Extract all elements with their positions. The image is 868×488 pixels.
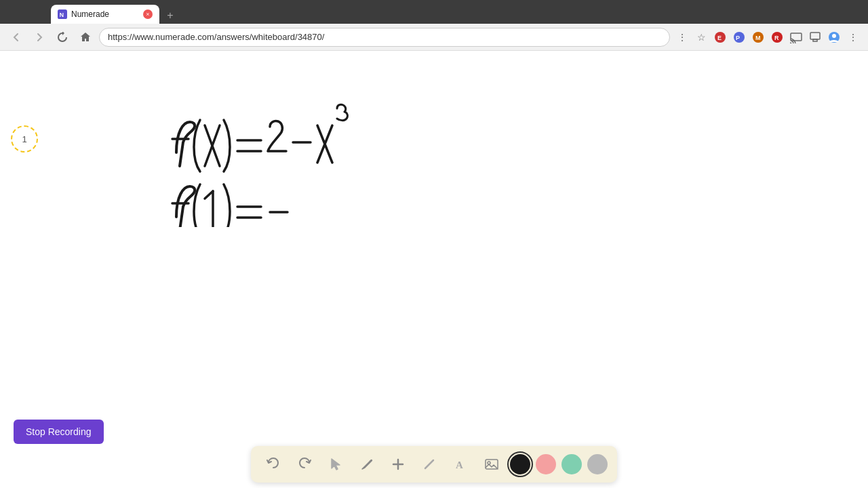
color-pink[interactable] <box>536 454 556 474</box>
home-button[interactable] <box>76 28 95 47</box>
step-indicator: 1 <box>11 125 38 152</box>
page-content: 1 <box>0 51 868 488</box>
svg-rect-12 <box>810 33 820 39</box>
tab-favicon: N <box>58 9 67 19</box>
svg-text:N: N <box>60 12 64 18</box>
math-equations <box>163 92 420 227</box>
extensions-icon[interactable]: ⋮ <box>674 29 690 45</box>
add-shape-button[interactable] <box>385 451 411 477</box>
ext3-icon[interactable]: M <box>750 29 766 45</box>
menu-icon[interactable]: ⋮ <box>845 29 861 45</box>
ext2-icon[interactable]: P <box>731 29 747 45</box>
url-text: https://www.numerade.com/answers/whitebo… <box>108 32 324 42</box>
ext4-icon[interactable]: R <box>769 29 785 45</box>
color-gray[interactable] <box>587 454 608 474</box>
navigation-bar: https://www.numerade.com/answers/whitebo… <box>0 24 868 51</box>
svg-text:A: A <box>456 460 463 470</box>
color-green[interactable] <box>561 454 582 474</box>
bookmark-icon[interactable]: ☆ <box>693 29 709 45</box>
color-black[interactable] <box>510 454 530 474</box>
svg-line-32 <box>425 460 433 468</box>
pen-tool-button[interactable] <box>354 451 380 477</box>
whiteboard-canvas[interactable]: 1 <box>0 51 868 488</box>
ext1-icon[interactable]: E <box>712 29 728 45</box>
active-tab[interactable]: N Numerade × <box>51 5 159 24</box>
nav-right-icons: ⋮ ☆ E P M R ⋮ <box>674 29 861 45</box>
stop-recording-button[interactable]: Stop Recording <box>14 420 104 444</box>
cast2-icon[interactable] <box>807 29 823 45</box>
svg-rect-13 <box>813 39 817 41</box>
undo-button[interactable] <box>260 451 286 477</box>
address-bar[interactable]: https://www.numerade.com/answers/whitebo… <box>99 28 670 47</box>
svg-point-11 <box>790 42 792 43</box>
select-tool-button[interactable] <box>323 451 349 477</box>
cast-icon[interactable] <box>788 29 804 45</box>
tab-title: Numerade <box>71 9 139 19</box>
step-number: 1 <box>22 134 26 144</box>
svg-text:M: M <box>755 35 761 41</box>
redo-button[interactable] <box>292 451 317 477</box>
new-tab-button[interactable]: + <box>162 7 178 24</box>
tab-close-button[interactable]: × <box>143 9 153 19</box>
svg-text:P: P <box>736 35 740 41</box>
reload-button[interactable] <box>53 28 72 47</box>
svg-text:E: E <box>717 35 722 41</box>
drawing-toolbar: A <box>251 446 617 483</box>
line-tool-button[interactable] <box>416 451 442 477</box>
forward-button[interactable] <box>30 28 49 47</box>
math-content <box>163 92 420 230</box>
svg-text:R: R <box>774 35 779 41</box>
profile-icon[interactable] <box>826 29 842 45</box>
svg-point-15 <box>832 34 836 38</box>
back-button[interactable] <box>7 28 26 47</box>
image-tool-button[interactable] <box>479 451 505 477</box>
text-tool-button[interactable]: A <box>448 451 473 477</box>
